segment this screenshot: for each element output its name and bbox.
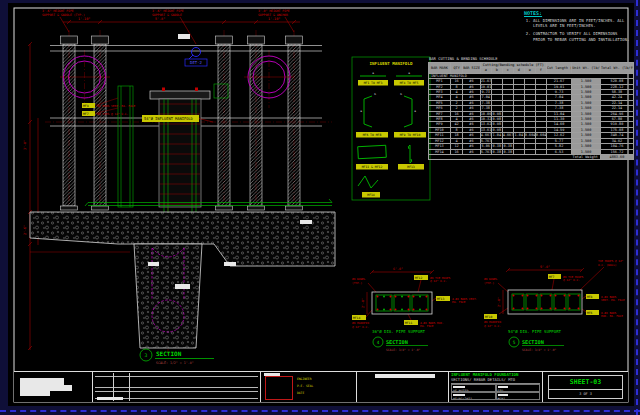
sheet-number-panel: SHEET-03 3 OF 3 <box>542 372 628 402</box>
dim-text: 1'-10" <box>268 17 280 21</box>
title-block: ENGINEER P.E. SEAL DATE INFLUENT MANIFOL… <box>14 371 628 402</box>
revision-entry <box>97 397 123 400</box>
support-label: SUPPORT & SADDLE (TYP.) <box>42 13 85 17</box>
callout-text: O.C. (WALL) <box>598 263 617 267</box>
section-title: SECTION <box>156 350 182 357</box>
callout-text: @ 12" O.C. <box>430 279 447 283</box>
dim-text: 1'-10" <box>78 17 90 21</box>
section-number: 4 <box>377 340 380 345</box>
legend-chip-label: MF1 TO MF3 <box>364 81 383 85</box>
note-item: ALL DIMENSIONS ARE IN FEET/INCHES. ALL L… <box>533 18 630 28</box>
col-header: Total Wt. (lb/ft) <box>600 63 633 74</box>
callout-text: (TYP.) <box>484 281 494 285</box>
plot-margin-right <box>636 0 638 415</box>
rebar-chip: MF10 <box>485 315 492 319</box>
legend-chip-label: MF6 TO MF8 <box>363 133 382 137</box>
stamp-panel: ENGINEER P.E. SEAL DATE <box>260 372 356 402</box>
revision-divider <box>129 373 130 401</box>
schedule-table: BAR MARK QTY BAR SIZE (Ø)(in.) Cutting/B… <box>428 62 634 160</box>
callout-text: EA. FACE <box>420 324 434 328</box>
detail-caption: 54"Ø DIA. PIPE SUPPORT <box>508 329 562 334</box>
seq-field: SEQ <box>496 384 541 392</box>
col-header: QTY <box>451 63 463 74</box>
detail-caption: 36"Ø DIA. PIPE SUPPORT <box>372 329 426 334</box>
callout-text: HOR. EA. FACE <box>601 314 623 318</box>
sheet-count: 3 OF 3 <box>549 390 622 399</box>
section-number: 3 <box>145 353 148 358</box>
stamp-line: ENGINEER <box>297 377 311 382</box>
legend-chip-label: MF14 <box>367 193 375 197</box>
support-label: SUPPORT & ANCHOR <box>258 13 288 17</box>
callout-text: (TYP.) <box>352 281 362 285</box>
note-item: CONTRACTOR TO VERIFY ALL DIMENSIONS PRIO… <box>533 31 630 41</box>
manifold-chip-label: 54"Ø INFLUENT MANIFOLD <box>144 117 193 121</box>
dim-text: 6'-0" <box>393 267 403 271</box>
callout-text: @ 12" O.C. <box>352 325 369 329</box>
legend-chip-label: MF11 & MF12 <box>362 165 383 169</box>
revisions-panel <box>92 372 260 402</box>
rebar-chip: MF6 <box>587 311 593 315</box>
legend-chip-label: MF4 TO MF5 <box>400 81 419 85</box>
rebar-chip: MF12 <box>415 276 422 280</box>
dim-text: 2'-0" <box>361 298 365 308</box>
center-pedestal <box>150 88 210 213</box>
dim-text: 5'-8" <box>155 17 165 21</box>
notes-block: NOTES: ALL DIMENSIONS ARE IN FEET/INCHES… <box>524 10 630 45</box>
callout-text: @ 12" O.C. <box>484 324 501 328</box>
legend-title: INFLUENT MANIFOLD <box>370 61 413 66</box>
pe-stamp-box <box>265 376 293 400</box>
section-scale: SCALE: 1/2" = 1'-0" <box>156 361 194 365</box>
scale-field: AS NOTED <box>451 384 496 392</box>
rebar-chip: MF7 <box>549 275 555 279</box>
notes-list: ALL DIMENSIONS ARE IN FEET/INCHES. ALL L… <box>524 18 630 42</box>
section-number: 5 <box>513 340 516 345</box>
col-header: BAR SIZE (Ø)(in.) <box>463 63 481 74</box>
sheet-number: SHEET-03 <box>549 376 622 390</box>
support-label: SUPPORT & SADDLE <box>152 13 182 17</box>
company-logo <box>20 378 64 385</box>
bar-schedule: BAR CUTTING & BENDING SCHEDULE BAR MARK … <box>428 56 636 160</box>
notes-title: NOTES: <box>524 10 630 16</box>
col-header: Cut length (ft.) <box>546 63 571 74</box>
table-total-row: Total Weight 4883.60 <box>429 154 634 159</box>
callout-chip: MF9 <box>83 104 89 108</box>
dim-text: 2'-0" <box>497 297 501 307</box>
reference-panel <box>356 372 448 402</box>
rebar-chip: MF14 <box>353 316 360 320</box>
callout-chip: MF7 <box>83 112 89 116</box>
stamp-line: P.E. SEAL <box>297 384 313 389</box>
section-scale: SCALE: 3/4" = 1'-0" <box>386 348 421 352</box>
company-logo <box>20 391 50 396</box>
dim-text: 3'-0" <box>23 140 27 150</box>
legend-chip-label: MF13 <box>407 165 415 169</box>
col-header: Cutting/Bending schedule (FT) <box>480 63 546 68</box>
callout-text: #6 BARS VERT. EA. FACE <box>97 104 136 108</box>
drawing-title-panel: INFLUENT MANIFOLD FOUNDATION SECTIONS/ R… <box>448 372 542 402</box>
plot-margin-bottom <box>0 410 640 412</box>
logo-panel <box>14 372 92 402</box>
col-header: Unit Wt. (lb/ft) <box>572 63 601 74</box>
stamp-line: DATE <box>297 391 304 396</box>
rebar-chip: MF13 <box>437 297 444 301</box>
dim-text: 2'-6" <box>23 225 27 235</box>
legend-chip-label: MF9 TO MF10 <box>400 133 421 137</box>
section-scale: SCALE: 3/4" = 1'-0" <box>522 348 557 352</box>
callout-text: VERT. EA. FACE <box>601 298 625 302</box>
detail-marker-label: DET-2 <box>190 60 203 65</box>
title-fields: AS NOTED SEQ 05/01/2021 MC01 <box>451 383 540 400</box>
code-field: MC01 <box>496 392 541 400</box>
cad-sheet-canvas: 1'-10" 5'-8" 1'-10" 3'-0" 2'-6" 3'-6" HE… <box>0 0 640 415</box>
section-title: SECTION <box>522 339 544 345</box>
callout-text: #6 TIES @ 12" O.C. <box>97 112 129 116</box>
section-title: SECTION <box>386 339 408 345</box>
reference-label <box>375 374 435 378</box>
callout-text: EA. FACE <box>452 300 466 304</box>
sheet-number-box: SHEET-03 3 OF 3 <box>548 375 623 399</box>
callout-text: @ 12" O.C. <box>563 278 580 282</box>
rebar-chip: MF11 <box>405 321 412 325</box>
drawing-subtitle: SECTIONS/ REBAR DETAILS/ MTO <box>451 378 540 382</box>
col-header: BAR MARK <box>429 63 451 74</box>
dim-text: 9'-0" <box>540 265 550 269</box>
rebar-chip: MF8 <box>587 295 593 299</box>
date-field: 05/01/2021 <box>451 392 496 400</box>
